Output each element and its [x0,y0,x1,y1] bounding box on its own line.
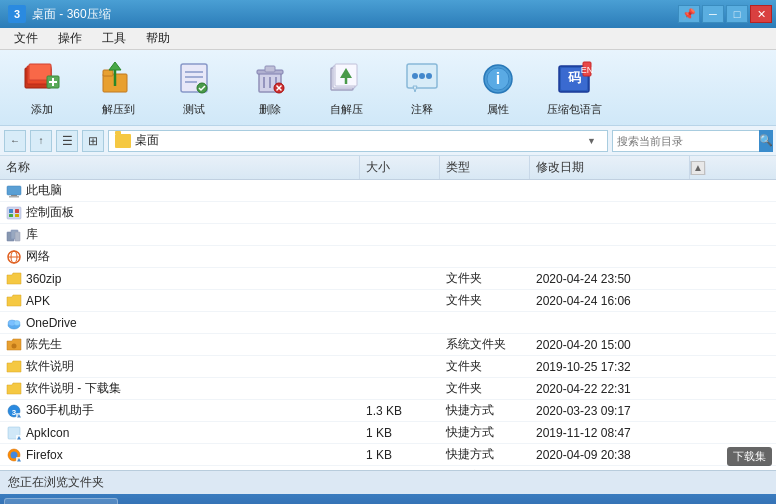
toolbar-add-button[interactable]: 添加 [8,54,76,122]
folder-icon [6,381,22,397]
test-label: 测试 [183,102,205,117]
search-input[interactable] [613,135,759,147]
table-row[interactable]: ApkIcon 1 KB 快捷方式 2019-11-12 08:47 [0,422,776,444]
minimize-button[interactable]: ─ [702,5,724,23]
view-list-button[interactable]: ☰ [56,130,78,152]
table-row[interactable]: OneDrive [0,312,776,334]
maximize-button[interactable]: □ [726,5,748,23]
svg-rect-42 [7,186,21,195]
chrome-icon [6,469,22,471]
svg-rect-47 [15,209,19,213]
table-row[interactable]: 软件说明 - 下载集 文件夹 2020-04-22 22:31 [0,378,776,400]
file-name: Firefox [0,447,360,463]
file-name: OneDrive [0,315,360,331]
watermark-tooltip: 下载集 [727,447,772,466]
svg-text:EN: EN [581,65,593,75]
path-text: 桌面 [135,132,587,149]
nav-up-button[interactable]: ↑ [30,130,52,152]
watermark-text: 下载集 [733,450,766,462]
table-row[interactable]: Firefox 1 KB 快捷方式 2020-04-09 20:38 [0,444,776,466]
svg-text:i: i [496,70,500,87]
file-name: 控制面板 [0,204,360,221]
svg-rect-46 [9,209,13,213]
svg-rect-52 [15,232,20,241]
menu-action[interactable]: 操作 [48,28,92,49]
test-icon [174,59,214,99]
svg-point-31 [419,73,425,79]
svg-rect-45 [7,207,21,219]
delete-label: 删除 [259,102,281,117]
file-name: 360zip [0,271,360,287]
add-label: 添加 [31,102,53,117]
file-list-header: 名称 大小 类型 修改日期 ▲ [0,156,776,180]
file-name: 此电脑 [0,182,360,199]
table-row[interactable]: 陈先生 系统文件夹 2020-04-20 15:00 [0,334,776,356]
col-header-type[interactable]: 类型 [440,156,530,179]
search-button[interactable]: 🔍 [759,130,773,152]
svg-marker-33 [413,86,417,92]
path-dropdown[interactable]: ▼ [587,136,601,146]
table-row[interactable]: Google Chrome 2.4 KB 快捷方式 2020-04-17 22:… [0,466,776,470]
toolbar-selfextract-button[interactable]: 自解压 [312,54,380,122]
language-label: 压缩包语言 [547,102,602,117]
svg-point-59 [12,343,17,348]
menu-help[interactable]: 帮助 [136,28,180,49]
file-name: 库 [0,226,360,243]
table-row[interactable]: 控制面板 [0,202,776,224]
file-name: Google Chrome [0,469,360,471]
folder-icon [6,293,22,309]
toolbar-properties-button[interactable]: i 属性 [464,54,532,122]
col-header-name[interactable]: 名称 [0,156,360,179]
add-icon [22,59,62,99]
svg-marker-8 [109,62,121,70]
svg-rect-7 [103,70,113,76]
menu-tools[interactable]: 工具 [92,28,136,49]
close-button[interactable]: ✕ [750,5,772,23]
col-header-date[interactable]: 修改日期 [530,156,690,179]
toolbar-delete-button[interactable]: 删除 [236,54,304,122]
svg-point-32 [426,73,432,79]
onedrive-icon [6,315,22,331]
nav-back-button[interactable]: ← [4,130,26,152]
shortcut-icon [6,425,22,441]
svg-rect-17 [265,66,275,72]
svg-point-58 [14,320,20,325]
view-icon-button[interactable]: ⊞ [82,130,104,152]
table-row[interactable]: 软件说明 文件夹 2019-10-25 17:32 [0,356,776,378]
col-header-size[interactable]: 大小 [360,156,440,179]
table-row[interactable]: APK 文件夹 2020-04-24 16:06 [0,290,776,312]
table-row[interactable]: 库 [0,224,776,246]
language-icon: 码 EN [554,59,594,99]
firefox-icon [6,447,22,463]
file-name: ApkIcon [0,425,360,441]
library-icon [6,227,22,243]
toolbar-comment-button[interactable]: 注释 [388,54,456,122]
taskbar-chrome-button[interactable]: Google Chrome [4,498,118,504]
file-list: 此电脑 控制面板 [0,180,776,470]
comment-icon [402,59,442,99]
menu-file[interactable]: 文件 [4,28,48,49]
path-box[interactable]: 桌面 ▼ [108,130,608,152]
computer-icon [6,183,22,199]
network-icon [6,249,22,265]
toolbar-language-button[interactable]: 码 EN 压缩包语言 [540,54,608,122]
toolbar-test-button[interactable]: 测试 [160,54,228,122]
file-list-area: 名称 大小 类型 修改日期 ▲ 此电脑 [0,156,776,470]
svg-rect-44 [9,196,19,198]
search-box: 🔍 [612,130,772,152]
file-name: 软件说明 - 下载集 [0,380,360,397]
menu-bar: 文件 操作 工具 帮助 [0,28,776,50]
scroll-up-button[interactable]: ▲ [691,161,705,175]
table-row[interactable]: 网络 [0,246,776,268]
folder-icon [6,271,22,287]
table-row[interactable]: 360zip 文件夹 2020-04-24 23:50 [0,268,776,290]
table-row[interactable]: 3 360手机助手 1.3 KB 快捷方式 2020-03-23 09:17 [0,400,776,422]
shortcut-360-icon: 3 [6,403,22,419]
properties-label: 属性 [487,102,509,117]
table-row[interactable]: 此电脑 [0,180,776,202]
file-name: 陈先生 [0,336,360,353]
status-bar: 您正在浏览文件夹 [0,470,776,494]
toolbar-extract-button[interactable]: 解压到 [84,54,152,122]
file-name: 3 360手机助手 [0,402,360,419]
pin-button[interactable]: 📌 [678,5,700,23]
